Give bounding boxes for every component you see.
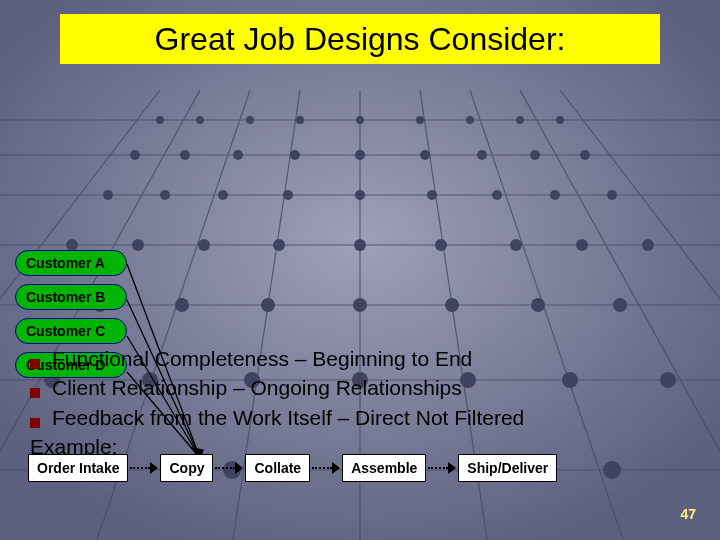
flow-step: Copy [160, 454, 213, 482]
bullet-item: Client Relationship – Ongoing Relationsh… [30, 374, 524, 401]
slide-title: Great Job Designs Consider: [155, 21, 566, 58]
flow-step: Ship/Deliver [458, 454, 557, 482]
bullet-icon [30, 418, 40, 428]
customer-pill: Customer A [15, 250, 127, 276]
customer-pill: Customer C [15, 318, 127, 344]
arrow-right-icon [213, 461, 245, 475]
process-flow: Order Intake Copy Collate Assemble Ship/… [28, 454, 557, 482]
bullet-text: Feedback from the Work Itself – Direct N… [52, 404, 524, 431]
title-box: Great Job Designs Consider: [60, 14, 660, 64]
bullet-icon [30, 388, 40, 398]
bullet-text: Client Relationship – Ongoing Relationsh… [52, 374, 462, 401]
arrow-right-icon [426, 461, 458, 475]
bullet-item: Feedback from the Work Itself – Direct N… [30, 404, 524, 431]
arrow-right-icon [310, 461, 342, 475]
flow-step: Collate [245, 454, 310, 482]
bullet-icon [30, 359, 40, 369]
bullet-list: Functional Completeness – Beginning to E… [30, 345, 524, 460]
bullet-text: Functional Completeness – Beginning to E… [52, 345, 472, 372]
page-number: 47 [680, 506, 696, 522]
bullet-item: Functional Completeness – Beginning to E… [30, 345, 524, 372]
flow-step: Assemble [342, 454, 426, 482]
flow-step: Order Intake [28, 454, 128, 482]
arrow-right-icon [128, 461, 160, 475]
customer-pill: Customer B [15, 284, 127, 310]
